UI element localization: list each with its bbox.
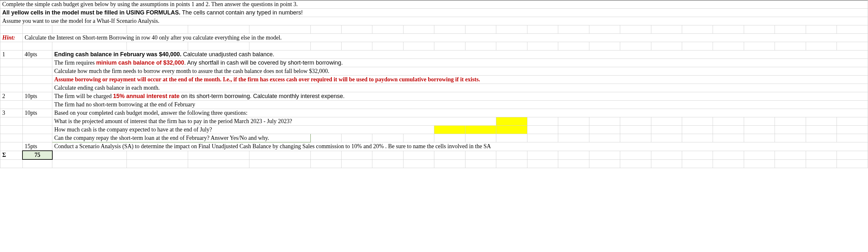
cell-sigma[interactable]: Σ: [0, 151, 23, 160]
cell-n3[interactable]: 3: [0, 109, 23, 117]
row-blank-2: [0, 42, 868, 51]
cell-yellow-2a[interactable]: [434, 126, 465, 134]
cell-r2a[interactable]: The firm will be charged 15% annual inte…: [52, 92, 868, 101]
cell-p1[interactable]: 40pts: [23, 51, 52, 59]
r1a-rest: Calculate unadjusted cash balance.: [181, 51, 274, 58]
cell-r2b[interactable]: The firm had no short-term borrowing at …: [52, 101, 868, 109]
row-intro-3: Assume you want to use the model for a W…: [0, 17, 868, 25]
cell-hint-text[interactable]: Calculate the Interest on Short-term Bor…: [23, 34, 868, 42]
cell-r1a[interactable]: Ending cash balance in February was $40,…: [52, 51, 868, 59]
intro2-bold: All yellow cells in the model must be fi…: [2, 9, 180, 16]
row-item2-line1: 2 10pts The firm will be charged 15% ann…: [0, 92, 868, 101]
cell-r3d[interactable]: Can the company repay the short-term loa…: [52, 134, 310, 142]
r1b-post: . Any shortfall in cash will be covered …: [184, 59, 343, 66]
row-item1-line4: Assume borrowing or repayment will occur…: [0, 76, 868, 84]
r2a-pre: The firm will be charged: [54, 93, 113, 99]
row-item3-line4: Can the company repay the short-term loa…: [0, 134, 868, 142]
cell-total[interactable]: 75: [23, 151, 52, 160]
cell-p2[interactable]: 10pts: [23, 92, 52, 101]
cell-p4[interactable]: 15pts: [23, 142, 52, 151]
row-intro-2: All yellow cells in the model must be fi…: [0, 9, 868, 17]
r1a-bold: Ending cash balance in February was $40,…: [54, 51, 181, 58]
row-blank-end: [0, 160, 868, 168]
row-item1-line3: Calculate how much the firm needs to bor…: [0, 67, 868, 76]
cell-n2[interactable]: 2: [0, 92, 23, 101]
spreadsheet-grid[interactable]: Complete the simple cash budget given be…: [0, 0, 868, 168]
row-item3-line2: What is the projected amount of interest…: [0, 117, 868, 126]
row-item1-line1: 1 40pts Ending cash balance in February …: [0, 51, 868, 59]
cell-intro-3[interactable]: Assume you want to use the model for a W…: [0, 17, 868, 25]
row-intro-1: Complete the simple cash budget given be…: [0, 0, 868, 9]
cell-r3a[interactable]: Based on your completed cash budget mode…: [52, 109, 868, 117]
r1b-pre: The firm requires: [54, 59, 96, 66]
row-item3-line1: 3 10pts Based on your completed cash bud…: [0, 109, 868, 117]
cell-intro-2[interactable]: All yellow cells in the model must be fi…: [0, 9, 868, 17]
row-total: Σ 75: [0, 151, 868, 160]
intro2-rest: The cells cannot contain any typed in nu…: [180, 9, 303, 16]
cell-r4[interactable]: Conduct a Scenario Analysis (SA) to dete…: [52, 142, 868, 151]
cell-intro-1[interactable]: Complete the simple cash budget given be…: [0, 0, 868, 9]
cell-r1c[interactable]: Calculate how much the firm needs to bor…: [52, 67, 868, 76]
r2a-post: on its short-term borrowing. Calculate m…: [180, 93, 344, 99]
row-blank-1: [0, 25, 868, 34]
row-item2-line2: The firm had no short-term borrowing at …: [0, 101, 868, 109]
row-item1-line5: Calculate ending cash balance in each mo…: [0, 84, 868, 92]
cell-yellow-1[interactable]: [496, 117, 527, 126]
cell-n1[interactable]: 1: [0, 51, 23, 59]
cell-r3c[interactable]: How much cash is the company expected to…: [52, 126, 434, 134]
cell-r3b[interactable]: What is the projected amount of interest…: [52, 117, 496, 126]
cell-r1e[interactable]: Calculate ending cash balance in each mo…: [52, 84, 868, 92]
r1b-red: minium cash balance of $32,000: [96, 59, 184, 66]
cell-hint-label[interactable]: Hint:: [0, 34, 23, 42]
cell-yellow-2b[interactable]: [465, 126, 496, 134]
r2a-red: 15% annual interest rate: [113, 93, 180, 99]
row-item1-line2: The firm requires minium cash balance of…: [0, 59, 868, 67]
cell-p3[interactable]: 10pts: [23, 109, 52, 117]
row-item3-line3: How much cash is the company expected to…: [0, 126, 868, 134]
row-hint: Hint: Calculate the Interest on Short-te…: [0, 34, 868, 42]
row-item4: 15pts Conduct a Scenario Analysis (SA) t…: [0, 142, 868, 151]
cell-r1b[interactable]: The firm requires minium cash balance of…: [52, 59, 868, 67]
cell-r1d[interactable]: Assume borrowing or repayment will occur…: [52, 76, 868, 84]
cell-yellow-2c[interactable]: [496, 126, 527, 134]
